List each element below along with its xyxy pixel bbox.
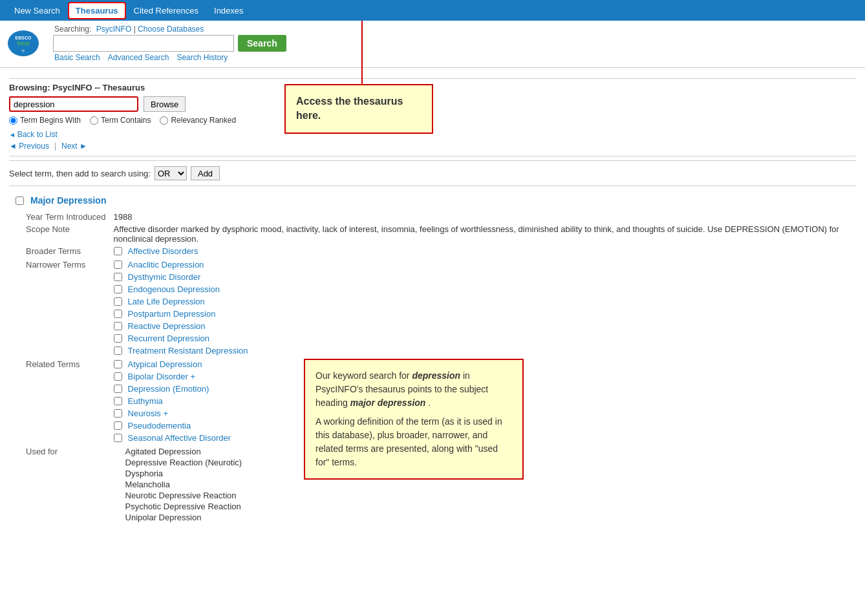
narrower-terms-container: Anaclitic DepressionDysthymic DisorderEn… [114,260,859,357]
nav-item-thesaurus[interactable]: Thesaurus [68,2,126,19]
related-term-checkbox[interactable] [114,421,122,430]
broader-terms-container: Affective Disorders [114,246,859,257]
broader-term-link[interactable]: Affective Disorders [128,246,198,256]
select-row: Select term, then add to search using: O… [9,160,856,186]
narrower-term-link[interactable]: Late Life Depression [128,297,205,306]
database-link[interactable]: PsycINFO [96,25,132,34]
narrower-term-checkbox[interactable] [114,322,122,330]
search-area: Searching: PsycINFO | Choose Databases S… [53,25,859,62]
narrower-term-link[interactable]: Recurrent Depression [128,334,209,343]
radio-term-contains[interactable]: Term Contains [90,116,151,125]
search-bar: Search [53,35,859,52]
svg-text:EBSCO: EBSCO [16,36,32,40]
prev-next: ◄ Previous | Next ► [9,142,856,151]
annotation-box-bottom: Our keyword search for depression in Psy… [304,359,524,480]
nav-item-cited-references[interactable]: Cited References [126,2,206,19]
narrower-terms-list: Anaclitic DepressionDysthymic DisorderEn… [110,259,862,358]
search-history-link[interactable]: Search History [176,53,228,62]
related-term-checkbox[interactable] [114,397,122,405]
anno-para1-punc: . [428,398,431,408]
select-row-label: Select term, then add to search using: [9,169,151,178]
narrower-term-checkbox[interactable] [114,273,122,281]
narrower-term-link[interactable]: Reactive Depression [128,321,206,331]
broader-terms-label: Broader Terms [22,245,110,259]
main-search-input[interactable] [53,35,234,52]
narrower-term-item: Endogenous Depression [114,284,859,294]
header: EBSCO host ® Searching: PsycINFO | Choos… [0,21,865,68]
previous-link[interactable]: ◄ Previous [9,142,49,151]
related-term-link[interactable]: Depression (Emotion) [128,384,209,394]
narrower-term-link[interactable]: Postpartum Depression [128,309,216,319]
nav-item-new-search[interactable]: New Search [6,2,68,19]
basic-search-link[interactable]: Basic Search [54,53,100,62]
svg-text:host: host [17,40,30,47]
major-term-heading: Major Depression [16,195,856,206]
narrower-term-item: Recurrent Depression [114,334,859,343]
advanced-search-link[interactable]: Advanced Search [108,53,169,62]
narrower-terms-label: Narrower Terms [22,259,110,358]
broader-terms-list: Affective Disorders [110,245,862,259]
or-select[interactable]: OR AND NOT [155,166,187,180]
year-introduced-value: 1988 [110,211,862,223]
anno-para1-text1: Our keyword search for [315,370,412,381]
searching-info: Searching: PsycINFO | Choose Databases [54,25,859,34]
related-term-checkbox[interactable] [114,360,122,368]
related-term-link[interactable]: Atypical Depression [128,359,202,369]
major-term-checkbox[interactable] [16,196,24,205]
related-term-checkbox[interactable] [114,385,122,393]
related-term-checkbox[interactable] [114,409,122,418]
year-introduced-label: Year Term Introduced [22,211,110,223]
logo-area: EBSCO host ® [6,29,40,58]
narrower-term-link[interactable]: Anaclitic Depression [128,260,204,270]
used-for-item: Melancholia [125,480,859,489]
anno-para1-italic2: major depression [350,398,426,408]
narrower-term-checkbox[interactable] [114,260,122,269]
narrower-term-item: Reactive Depression [114,321,859,331]
ebsco-logo: EBSCO host ® [6,29,40,58]
major-term-title: Major Depression [30,195,106,206]
radio-relevancy-ranked[interactable]: Relevancy Ranked [160,116,236,125]
svg-text:®: ® [22,49,25,53]
annotation-bottom-para1: Our keyword search for depression in Psy… [315,369,512,410]
choose-databases-link[interactable]: Choose Databases [138,25,204,34]
add-button[interactable]: Add [191,166,220,180]
annotation-top-text: Access the thesaurus here. [296,96,403,121]
broader-term-item: Affective Disorders [114,246,859,256]
related-term-link[interactable]: Neurosis + [128,409,169,418]
narrower-term-item: Dysthymic Disorder [114,272,859,282]
narrower-term-checkbox[interactable] [114,334,122,343]
narrower-term-item: Anaclitic Depression [114,260,859,270]
radio-term-contains-label: Term Contains [101,116,151,125]
used-for-item: Psychotic Depressive Reaction [125,502,859,511]
scope-note-label: Scope Note [22,223,110,245]
narrower-term-checkbox[interactable] [114,285,122,293]
narrower-term-checkbox[interactable] [114,297,122,306]
browse-input[interactable] [9,96,138,112]
broader-term-checkbox[interactable] [114,247,122,255]
related-term-link[interactable]: Seasonal Affective Disorder [128,433,231,443]
narrower-term-checkbox[interactable] [114,346,122,355]
related-term-link[interactable]: Euthymia [128,396,163,406]
next-link[interactable]: Next ► [61,142,87,151]
scope-note-value: Affective disorder marked by dysphoric m… [110,223,862,245]
narrower-term-link[interactable]: Treatment Resistant Depression [128,346,248,356]
scope-note-row: Scope Note Affective disorder marked by … [22,223,862,245]
related-term-checkbox[interactable] [114,372,122,381]
radio-relevancy-ranked-label: Relevancy Ranked [171,116,236,125]
narrower-term-link[interactable]: Endogenous Depression [128,284,220,294]
used-for-item: Unipolar Depression [125,513,859,522]
related-term-link[interactable]: Bipolar Disorder + [128,372,195,381]
top-navigation: New Search Thesaurus Cited References In… [0,0,865,21]
browse-button[interactable]: Browse [144,96,186,112]
related-term-checkbox[interactable] [114,434,122,442]
narrower-term-checkbox[interactable] [114,310,122,318]
narrower-term-item: Treatment Resistant Depression [114,346,859,356]
main-content: Browsing: PsycINFO -- Thesaurus Browse T… [0,68,865,536]
anno-para1-italic1: depression [412,370,460,381]
related-term-link[interactable]: Pseudodementia [128,421,191,430]
search-button[interactable]: Search [238,35,286,52]
narrower-term-link[interactable]: Dysthymic Disorder [128,272,201,282]
radio-term-begins-with-label: Term Begins With [20,116,81,125]
radio-term-begins-with[interactable]: Term Begins With [9,116,81,125]
nav-item-indexes[interactable]: Indexes [206,2,251,19]
